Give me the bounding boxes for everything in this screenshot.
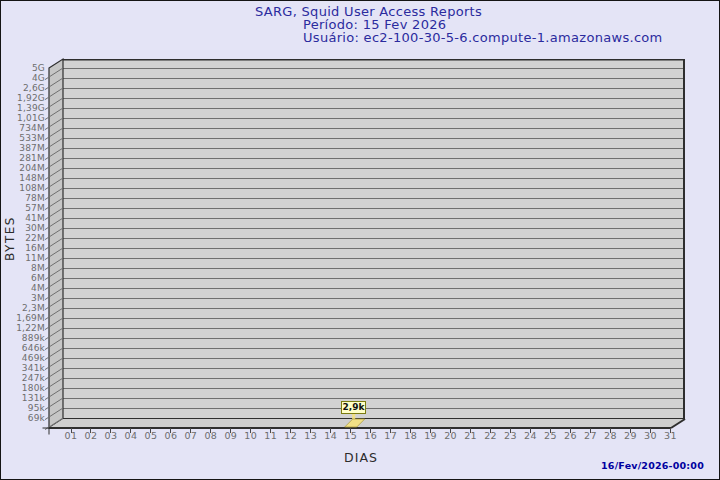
y-tick-label: 469k: [1, 353, 45, 363]
y-axis-title: BYTES: [3, 210, 21, 268]
generated-timestamp: 16/Fev/2026-00:00: [601, 460, 704, 471]
x-tick-label: 23: [500, 431, 522, 441]
x-tick-label: 20: [440, 431, 462, 441]
y-tick-label: 533M: [1, 133, 45, 143]
y-tick-label: 387M: [1, 143, 45, 153]
y-tick-label: 148M: [1, 173, 45, 183]
x-tick-label: 31: [659, 431, 681, 441]
x-tick-label: 21: [460, 431, 482, 441]
y-tick-label: 4M: [1, 283, 45, 293]
x-tick-label: 01: [60, 431, 82, 441]
x-tick-label: 06: [160, 431, 182, 441]
y-tick-label: 1,39G: [1, 103, 45, 113]
y-tick-label: 1,22M: [1, 323, 45, 333]
y-tick-label: 2,3M: [1, 303, 45, 313]
x-tick-label: 09: [220, 431, 242, 441]
x-axis-title: DIAS: [339, 450, 383, 465]
x-tick-label: 12: [280, 431, 302, 441]
y-tick-label: 78M: [1, 193, 45, 203]
x-tick-label: 13: [300, 431, 322, 441]
x-tick-label: 25: [540, 431, 562, 441]
x-tick-label: 24: [520, 431, 542, 441]
y-tick-label: 889k: [1, 333, 45, 343]
y-tick-label: 646k: [1, 343, 45, 353]
x-tick-label: 14: [320, 431, 342, 441]
y-tick-label: 6M: [1, 273, 45, 283]
x-tick-label: 15: [340, 431, 362, 441]
x-tick-label: 28: [599, 431, 621, 441]
x-tick-label: 29: [619, 431, 641, 441]
x-tick-label: 17: [380, 431, 402, 441]
x-tick-label: 05: [140, 431, 162, 441]
y-tick-label: 69k: [1, 413, 45, 423]
plot-back-wall: [63, 59, 685, 419]
x-tick-label: 27: [579, 431, 601, 441]
x-tick-label: 16: [360, 431, 382, 441]
x-tick-label: 08: [200, 431, 222, 441]
report-page: SARG, Squid User Access Reports Período:…: [0, 0, 720, 480]
y-tick-label: 3M: [1, 293, 45, 303]
y-tick-label: 2,6G: [1, 83, 45, 93]
x-tick-label: 22: [480, 431, 502, 441]
x-tick-label: 19: [420, 431, 442, 441]
y-tick-label: 1,69M: [1, 313, 45, 323]
x-tick-label: 30: [639, 431, 661, 441]
x-tick-label: 10: [240, 431, 262, 441]
y-tick-label: 204M: [1, 163, 45, 173]
y-tick-label: 1,92G: [1, 93, 45, 103]
y-tick-label: 281M: [1, 153, 45, 163]
x-tick-label: 02: [80, 431, 102, 441]
plot-floor: [49, 419, 685, 428]
y-tick-label: 131k: [1, 393, 45, 403]
y-tick-label: 95k: [1, 403, 45, 413]
data-point-value-label: 2,9k: [341, 401, 366, 414]
y-tick-label: 734M: [1, 123, 45, 133]
x-tick-label: 18: [400, 431, 422, 441]
y-tick-label: 108M: [1, 183, 45, 193]
y-tick-label: 247k: [1, 373, 45, 383]
x-tick-label: 03: [100, 431, 122, 441]
y-tick-label: 180k: [1, 383, 45, 393]
y-tick-label: 4G: [1, 73, 45, 83]
y-tick-label: 5G: [1, 63, 45, 73]
x-tick-label: 04: [120, 431, 142, 441]
x-tick-label: 07: [180, 431, 202, 441]
x-tick-label: 11: [260, 431, 282, 441]
x-tick-label: 26: [560, 431, 582, 441]
y-tick-label: 341k: [1, 363, 45, 373]
y-tick-label: 1,01G: [1, 113, 45, 123]
